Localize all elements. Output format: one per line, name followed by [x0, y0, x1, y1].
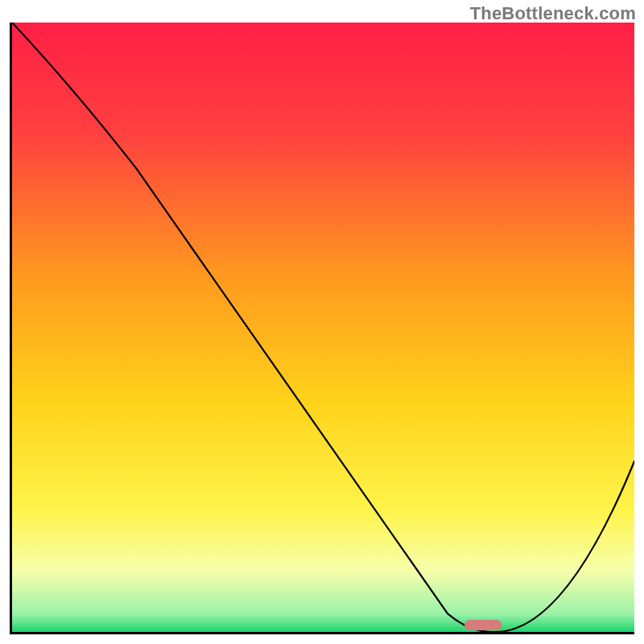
bottleneck-curve-path [12, 23, 634, 632]
chart-plot-area [10, 23, 634, 634]
optimal-range-marker [464, 620, 502, 630]
bottleneck-line-series [12, 23, 634, 632]
attribution-text: TheBottleneck.com [470, 3, 636, 24]
chart-stage: TheBottleneck.com [0, 0, 644, 644]
